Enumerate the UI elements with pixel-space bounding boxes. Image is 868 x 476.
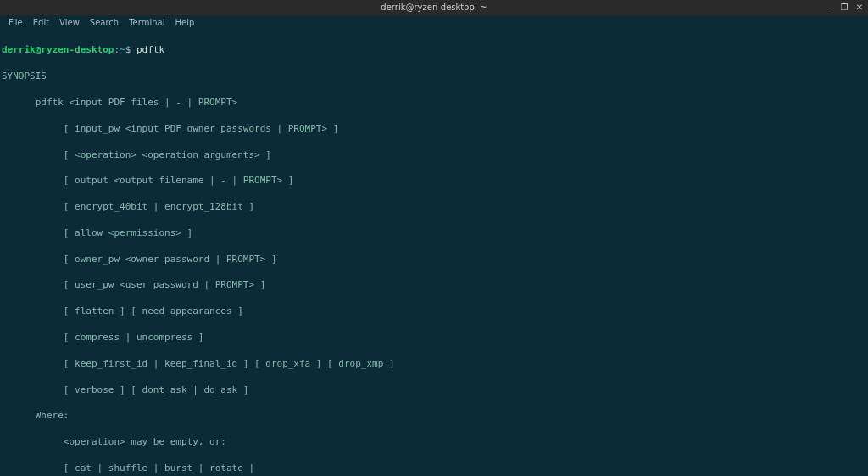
output-line: Where:	[2, 409, 868, 422]
menu-search[interactable]: Search	[85, 15, 124, 31]
close-icon[interactable]: ✕	[854, 3, 865, 13]
entered-command: pdftk	[131, 44, 164, 55]
output-line: [ output <output filename | - | PROMPT> …	[2, 174, 868, 187]
output-line: [ verbose ] [ dont_ask | do_ask ]	[2, 384, 868, 396]
terminal-viewport[interactable]: derrik@ryzen-desktop:~$ pdftk SYNOPSIS p…	[0, 31, 868, 476]
output-line: [ input_pw <input PDF owner passwords | …	[2, 122, 868, 135]
output-line: [ encrypt_40bit | encrypt_128bit ]	[2, 200, 868, 213]
prompt-path: ~	[120, 44, 125, 55]
output-line: [ user_pw <user password | PROMPT> ]	[2, 278, 868, 291]
menu-file[interactable]: File	[3, 15, 28, 31]
menu-help[interactable]: Help	[170, 15, 199, 31]
output-line: [ keep_first_id | keep_final_id ] [ drop…	[2, 357, 868, 370]
maximize-icon[interactable]: ❐	[839, 3, 849, 13]
output-line: <operation> may be empty, or:	[2, 435, 868, 448]
window-controls: – ❐ ✕	[824, 3, 865, 13]
prompt-user-host: derrik@ryzen-desktop	[2, 44, 114, 55]
output-line: [ <operation> <operation arguments> ]	[2, 148, 868, 161]
output-line: [ compress | uncompress ]	[2, 331, 868, 344]
menu-terminal[interactable]: Terminal	[124, 15, 170, 31]
menu-edit[interactable]: Edit	[28, 15, 54, 31]
output-line: [ cat | shuffle | burst | rotate |	[2, 462, 868, 474]
menubar: File Edit View Search Terminal Help	[0, 15, 868, 31]
menu-view[interactable]: View	[54, 15, 85, 31]
output-line: [ allow <permissions> ]	[2, 227, 868, 239]
window-title: derrik@ryzen-desktop: ~	[381, 2, 487, 14]
minimize-icon[interactable]: –	[824, 3, 834, 13]
prompt-line-1: derrik@ryzen-desktop:~$ pdftk	[2, 43, 868, 56]
output-line: [ owner_pw <owner password | PROMPT> ]	[2, 253, 868, 266]
output-line: [ flatten ] [ need_appearances ]	[2, 305, 868, 317]
titlebar: derrik@ryzen-desktop: ~ – ❐ ✕	[0, 0, 868, 15]
output-line: SYNOPSIS	[2, 70, 868, 82]
output-line: pdftk <input PDF files | - | PROMPT>	[2, 96, 868, 109]
